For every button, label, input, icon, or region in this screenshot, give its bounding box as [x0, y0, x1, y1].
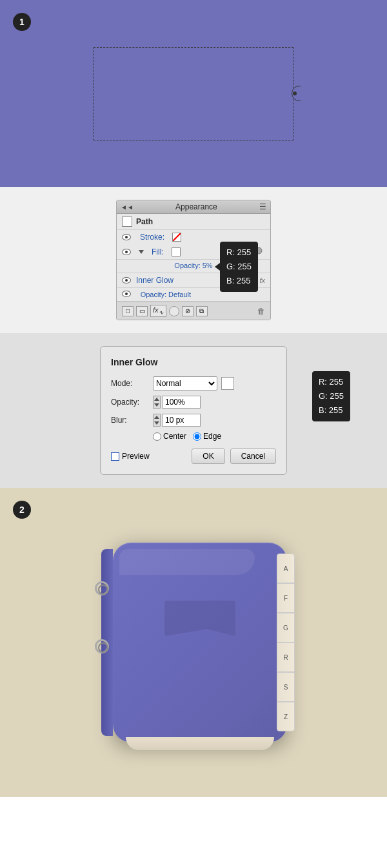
- stroke-link[interactable]: Stroke:: [140, 233, 164, 242]
- blur-spin-arrows[interactable]: [153, 414, 161, 427]
- tab-a[interactable]: A: [277, 554, 295, 583]
- preview-checkbox[interactable]: [111, 452, 119, 461]
- buttons-row: Preview OK Cancel: [111, 448, 276, 464]
- blur-spinner[interactable]: 10 px: [153, 414, 201, 427]
- edge-radio-item[interactable]: Edge: [193, 432, 221, 441]
- rgb-g: G: 255: [226, 260, 252, 274]
- preview-check[interactable]: Preview: [111, 452, 150, 461]
- tab-z[interactable]: Z: [277, 702, 295, 731]
- mode-row: Mode: Normal R: 255 G: 255 B: 255: [111, 376, 276, 391]
- preview-label: Preview: [122, 452, 150, 461]
- appearance-toolbar: □ ▭ fx∿ ⊘ ⧉ 🗑: [117, 302, 270, 320]
- opacity-input-row: Opacity: 100%: [111, 396, 276, 409]
- radio-row: Center Edge: [153, 432, 276, 441]
- toolbar-delete-btn[interactable]: 🗑: [257, 307, 265, 316]
- inner-glow-section: Inner Glow Mode: Normal R: 255 G: 255 B:…: [0, 333, 387, 488]
- rgb-b: B: 255: [226, 274, 252, 288]
- fill-link[interactable]: Fill:: [152, 247, 164, 256]
- tab-f[interactable]: F: [277, 583, 295, 613]
- opacity-default-visibility[interactable]: [122, 291, 131, 297]
- inner-glow-title: Inner Glow: [111, 357, 276, 367]
- canvas-rect: [94, 47, 293, 140]
- notebook-container: A F G R S Z: [100, 543, 287, 742]
- bookmark-flag: [164, 601, 235, 636]
- ig-rgb-r: R: 255: [319, 375, 344, 389]
- opacity-down-arrow[interactable]: [154, 403, 159, 407]
- center-label: Center: [163, 432, 186, 441]
- stroke-color-box[interactable]: [172, 233, 181, 242]
- toolbar-block-btn[interactable]: ⊘: [182, 306, 194, 316]
- ok-button[interactable]: OK: [192, 448, 224, 464]
- toolbar-circle-btn[interactable]: [169, 306, 179, 316]
- toolbar-square-btn[interactable]: □: [122, 306, 134, 316]
- opacity-value[interactable]: 100%: [162, 396, 201, 409]
- toolbar-rect-btn[interactable]: ▭: [136, 306, 148, 316]
- stroke-visibility[interactable]: [122, 234, 131, 240]
- section2-canvas: 2 A F G R S Z: [0, 488, 387, 797]
- rgb-tooltip-appearance: R: 255 G: 255 B: 255: [220, 242, 258, 292]
- blur-input-row: Blur: 10 px: [111, 414, 276, 427]
- step2-badge: 2: [13, 501, 31, 519]
- appearance-collapse[interactable]: ◄◄: [121, 204, 134, 211]
- center-radio-item[interactable]: Center: [153, 432, 186, 441]
- edge-radio[interactable]: [193, 432, 201, 441]
- center-radio[interactable]: [153, 432, 161, 441]
- appearance-menu[interactable]: ☰: [259, 202, 266, 211]
- anchor-dot: [293, 92, 297, 95]
- mode-label: Mode:: [111, 379, 153, 388]
- blur-value[interactable]: 10 px: [162, 414, 201, 427]
- rgb-r: R: 255: [226, 246, 252, 260]
- tab-strip: A F G R S Z: [277, 554, 295, 731]
- appearance-section: ◄◄ Appearance ☰ Path Stroke:: [0, 187, 387, 333]
- page-curl: [126, 737, 274, 750]
- opacity-up-arrow[interactable]: [154, 398, 159, 401]
- toolbar-fx-btn[interactable]: fx∿: [150, 305, 166, 317]
- fill-visibility[interactable]: [122, 249, 131, 255]
- inner-glow-visibility[interactable]: [122, 277, 131, 284]
- opacity-link[interactable]: Opacity: 5%: [174, 262, 212, 269]
- mode-select[interactable]: Normal: [153, 376, 217, 391]
- step1-badge: 1: [13, 13, 31, 31]
- mode-color-box[interactable]: [221, 377, 234, 390]
- path-label: Path: [136, 217, 153, 226]
- opacity-spin-arrows[interactable]: [153, 396, 161, 409]
- inner-glow-dialog: Inner Glow Mode: Normal R: 255 G: 255 B:…: [100, 346, 287, 475]
- blur-up-arrow[interactable]: [154, 416, 159, 419]
- appearance-title: Appearance: [175, 202, 217, 211]
- rgb-tooltip-inner-glow: R: 255 G: 255 B: 255: [312, 371, 350, 421]
- fill-expand-icon[interactable]: [139, 250, 144, 254]
- fx-label: fx: [259, 276, 265, 284]
- edge-label: Edge: [203, 432, 221, 441]
- path-icon-square: [122, 217, 132, 227]
- toolbar-copy-btn[interactable]: ⧉: [196, 306, 208, 316]
- tab-r[interactable]: R: [277, 642, 295, 672]
- blur-input-label: Blur:: [111, 416, 153, 425]
- ig-rgb-b: B: 255: [319, 403, 344, 418]
- inner-glow-link[interactable]: Inner Glow: [136, 276, 174, 285]
- notebook-icon: A F G R S Z: [113, 543, 287, 742]
- tab-g[interactable]: G: [277, 613, 295, 642]
- cover-highlight: [119, 549, 255, 575]
- ig-rgb-g: G: 255: [319, 389, 344, 403]
- appearance-titlebar: ◄◄ Appearance ☰: [117, 200, 270, 214]
- opacity-default-link[interactable]: Opacity: Default: [141, 291, 191, 298]
- opacity-spinner[interactable]: 100%: [153, 396, 201, 409]
- opacity-input-label: Opacity:: [111, 398, 153, 407]
- appearance-path-row: Path: [117, 214, 270, 230]
- section1-canvas: 1: [0, 0, 387, 187]
- cancel-button[interactable]: Cancel: [230, 448, 276, 464]
- blur-down-arrow[interactable]: [154, 421, 159, 425]
- tab-s[interactable]: S: [277, 672, 295, 702]
- fill-color-box[interactable]: [172, 247, 181, 256]
